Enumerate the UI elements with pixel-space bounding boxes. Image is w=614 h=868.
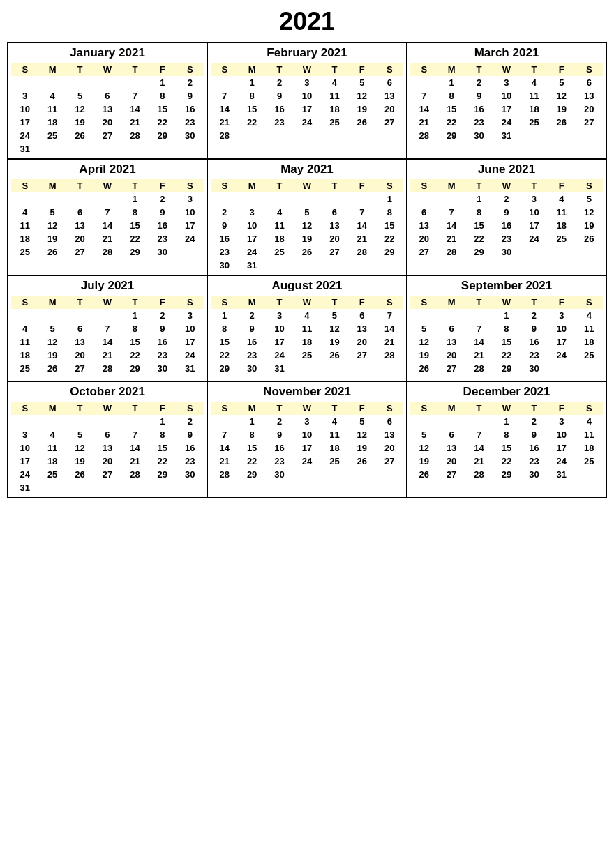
day-header: S	[177, 63, 204, 76]
day-header: T	[266, 296, 293, 309]
day-cell: 26	[348, 455, 375, 468]
day-cell: 3	[11, 89, 38, 102]
day-header: S	[11, 179, 38, 192]
day-cell: 13	[66, 335, 93, 349]
day-cell: 14	[437, 219, 465, 232]
day-cell: 27	[66, 245, 93, 259]
month-table: SMTWTFS123456789101112131415161718192021…	[211, 63, 403, 145]
day-cell: 21	[437, 232, 465, 245]
day-cell: 29	[493, 362, 520, 375]
day-header: S	[410, 296, 437, 309]
day-header: S	[576, 179, 603, 192]
day-cell: 29	[121, 362, 149, 375]
day-cell: 28	[211, 468, 238, 481]
day-header: S	[376, 179, 403, 192]
day-cell	[576, 481, 603, 484]
day-cell: 10	[11, 102, 38, 116]
day-cell	[576, 245, 603, 259]
day-cell: 17	[548, 335, 575, 349]
day-header: S	[11, 402, 38, 415]
day-cell: 14	[121, 102, 149, 116]
day-cell	[348, 375, 375, 378]
day-cell	[266, 259, 293, 272]
day-header: W	[493, 179, 520, 192]
day-cell: 30	[493, 245, 520, 259]
day-cell: 27	[93, 468, 121, 481]
day-cell: 30	[177, 129, 204, 142]
day-cell	[348, 192, 375, 206]
day-cell	[410, 142, 437, 145]
day-cell: 19	[348, 441, 375, 455]
day-cell: 15	[238, 441, 265, 455]
day-cell: 21	[211, 455, 238, 468]
day-cell: 15	[211, 335, 238, 349]
day-cell: 7	[211, 428, 238, 441]
day-cell: 7	[376, 309, 403, 322]
day-cell: 1	[437, 76, 465, 89]
day-cell: 9	[465, 89, 493, 102]
day-header: T	[66, 63, 93, 76]
day-cell	[521, 245, 548, 259]
day-cell	[376, 142, 403, 145]
day-cell	[93, 142, 121, 155]
day-cell	[121, 481, 149, 494]
day-cell: 4	[321, 76, 348, 89]
day-cell: 20	[348, 335, 375, 349]
day-cell: 24	[521, 232, 548, 245]
day-cell: 1	[149, 415, 176, 428]
day-cell: 17	[493, 102, 520, 116]
day-cell	[348, 362, 375, 375]
day-cell: 12	[38, 219, 66, 232]
day-cell: 28	[437, 245, 465, 259]
day-cell: 26	[410, 468, 437, 481]
day-cell: 11	[38, 441, 66, 455]
day-cell: 6	[376, 76, 403, 89]
day-cell: 24	[548, 349, 575, 362]
day-cell	[576, 142, 603, 145]
day-cell	[66, 309, 93, 322]
month-title: August 2021	[211, 279, 403, 293]
day-cell	[410, 76, 437, 89]
day-cell	[321, 259, 348, 272]
month-table: SMTWTFS123456789101112131415161718192021…	[410, 63, 603, 145]
day-cell: 18	[576, 441, 603, 455]
day-cell: 29	[121, 245, 149, 259]
day-cell: 13	[410, 219, 437, 232]
day-cell: 6	[93, 89, 121, 102]
day-cell: 12	[293, 219, 320, 232]
day-cell	[321, 481, 348, 484]
day-cell	[321, 362, 348, 375]
day-cell: 15	[376, 219, 403, 232]
day-cell: 17	[293, 102, 320, 116]
day-cell: 12	[348, 89, 375, 102]
day-cell: 7	[121, 89, 149, 102]
day-cell: 4	[38, 428, 66, 441]
day-cell	[211, 142, 238, 145]
day-header: T	[465, 63, 493, 76]
day-cell: 23	[177, 116, 204, 129]
day-cell: 25	[266, 245, 293, 259]
day-cell: 28	[376, 349, 403, 362]
day-cell: 31	[548, 468, 575, 481]
day-cell: 4	[548, 192, 575, 206]
day-header: W	[293, 179, 320, 192]
day-cell: 17	[238, 232, 265, 245]
day-cell	[93, 259, 121, 261]
day-cell	[548, 481, 575, 484]
day-cell: 20	[321, 232, 348, 245]
day-header: W	[93, 179, 121, 192]
day-cell: 1	[465, 192, 493, 206]
day-cell: 10	[548, 428, 575, 441]
day-cell	[93, 76, 121, 89]
day-cell: 7	[121, 428, 149, 441]
month-title: April 2021	[11, 162, 204, 176]
day-cell: 27	[576, 116, 603, 129]
day-cell: 11	[576, 428, 603, 441]
day-header: W	[293, 63, 320, 76]
day-cell	[348, 481, 375, 484]
day-header: M	[238, 296, 265, 309]
month-block: October 2021SMTWTFS123456789101112131415…	[8, 382, 208, 498]
day-cell: 15	[238, 102, 265, 116]
day-header: F	[149, 179, 176, 192]
day-header: F	[149, 63, 176, 76]
